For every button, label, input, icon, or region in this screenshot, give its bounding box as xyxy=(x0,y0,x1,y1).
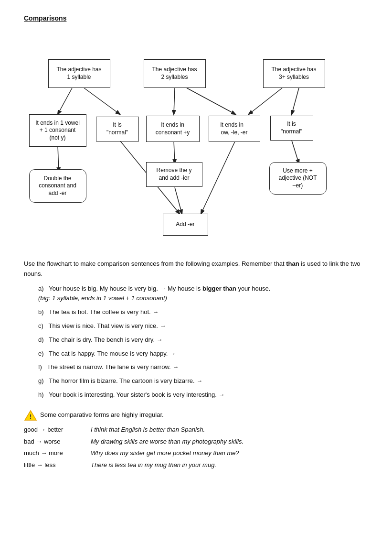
irregular-section: ! Some comparative forms are highly irre… xyxy=(24,410,368,470)
irreg-row-much: much → more Why does my sister get more … xyxy=(24,448,368,458)
svg-line-10 xyxy=(201,141,235,214)
intro-paragraph: Use the flowchart to make comparison sen… xyxy=(24,259,368,279)
fc-node-3plus-syllables: The adjective has3+ syllables xyxy=(263,59,325,88)
warning-icon: ! xyxy=(24,410,37,421)
exercise-a-italic: (big: 1 syllable, ends in 1 vowel + 1 co… xyxy=(38,294,167,302)
irreg-row-bad: bad → worse My drawing skills are worse … xyxy=(24,437,368,447)
exercise-h: h) Your book is interesting. Your sister… xyxy=(38,390,368,400)
svg-line-3 xyxy=(187,88,235,114)
exercise-d-letter: d) xyxy=(38,336,47,343)
warning-row: ! Some comparative forms are highly irre… xyxy=(24,410,368,421)
exercise-e-letter: e) xyxy=(38,350,47,357)
fc-node-vowel-consonant: It ends in 1 vowel+ 1 consonant(not y) xyxy=(29,114,86,147)
exercise-g-text: The horror film is bizarre. The cartoon … xyxy=(49,377,202,384)
fc-node-double-consonant: Double theconsonant andadd -er xyxy=(29,169,86,203)
svg-line-0 xyxy=(58,88,72,114)
exercise-a: a) Your house is big. My house is very b… xyxy=(38,284,368,304)
irreg-word-bad: bad → worse xyxy=(24,437,91,447)
fc-node-consonant-y: It ends inconsonant +y xyxy=(146,116,200,142)
flowchart: The adjective has1 syllable The adjectiv… xyxy=(29,31,363,250)
exercise-c-letter: c) xyxy=(38,322,47,329)
svg-line-4 xyxy=(249,88,282,114)
exercise-e: e) The cat is happy. The mouse is very h… xyxy=(38,349,368,359)
fc-node-ow-le-er: It ends in –ow, -le, -er xyxy=(209,116,260,142)
irreg-example-bad: My drawing skills are worse than my phot… xyxy=(91,437,244,447)
exercises-list: a) Your house is big. My house is very b… xyxy=(38,284,368,400)
exercise-c-text: This view is nice. That view is very nic… xyxy=(48,322,166,329)
svg-text:!: ! xyxy=(30,413,32,420)
svg-line-11 xyxy=(292,141,299,163)
exercise-b-letter: b) xyxy=(38,308,47,316)
exercise-a-letter: a) xyxy=(38,285,47,292)
main-content: Use the flowchart to make comparison sen… xyxy=(24,259,368,470)
exercise-f-letter: f) xyxy=(38,363,45,370)
fc-node-1-syllable: The adjective has1 syllable xyxy=(48,59,110,88)
fc-node-add-er: Add -er xyxy=(163,214,208,236)
fc-node-normal-right: It is"normal" xyxy=(270,116,313,141)
irreg-example-much: Why does my sister get more pocket money… xyxy=(91,448,239,458)
exercise-f: f) The street is narrow. The lane is ver… xyxy=(38,362,368,372)
irreg-example-little: There is less tea in my mug than in your… xyxy=(91,460,216,470)
irreg-word-good: good → better xyxy=(24,425,91,435)
irreg-example-good: I think that English is better than Span… xyxy=(91,425,205,435)
intro-bold: than xyxy=(286,260,299,267)
intro-text: Use the flowchart to make comparison sen… xyxy=(24,260,285,267)
exercise-a-text: Your house is big. My house is very big.… xyxy=(49,285,270,292)
svg-line-6 xyxy=(58,145,59,172)
irreg-row-little: little → less There is less tea in my mu… xyxy=(24,460,368,470)
irreg-row-good: good → better I think that English is be… xyxy=(24,425,368,435)
fc-node-more-adjective: Use more +adjective (NOT–er) xyxy=(269,162,327,195)
exercise-f-text: The street is narrow. The lane is very n… xyxy=(47,363,179,370)
exercise-h-text: Your book is interesting. Your sister's … xyxy=(49,391,224,398)
irreg-word-little: little → less xyxy=(24,460,91,470)
fc-node-remove-y: Remove the yand add -ier xyxy=(146,162,202,187)
exercise-d-text: The chair is dry. The bench is very dry.… xyxy=(49,336,162,343)
exercise-h-letter: h) xyxy=(38,391,47,398)
svg-line-8 xyxy=(174,141,175,163)
page-title: Comparisons xyxy=(24,14,368,22)
svg-line-9 xyxy=(175,187,182,214)
exercise-c: c) This view is nice. That view is very … xyxy=(38,321,368,331)
exercise-e-text: The cat is happy. The mouse is very happ… xyxy=(49,350,176,357)
svg-line-2 xyxy=(174,88,175,114)
exercise-b-text: The tea is hot. The coffee is very hot. … xyxy=(49,308,159,316)
exercise-g: g) The horror film is bizarre. The carto… xyxy=(38,376,368,386)
fc-node-2-syllables: The adjective has2 syllables xyxy=(144,59,206,88)
exercise-g-letter: g) xyxy=(38,377,47,384)
svg-line-1 xyxy=(84,88,120,114)
irregular-table: good → better I think that English is be… xyxy=(24,425,368,470)
irreg-word-much: much → more xyxy=(24,448,91,458)
fc-node-normal-left: It is"normal" xyxy=(96,117,139,141)
warning-text: Some comparative forms are highly irregu… xyxy=(40,410,164,420)
exercise-b: b) The tea is hot. The coffee is very ho… xyxy=(38,307,368,317)
exercise-d: d) The chair is dry. The bench is very d… xyxy=(38,335,368,345)
svg-line-5 xyxy=(292,88,299,114)
